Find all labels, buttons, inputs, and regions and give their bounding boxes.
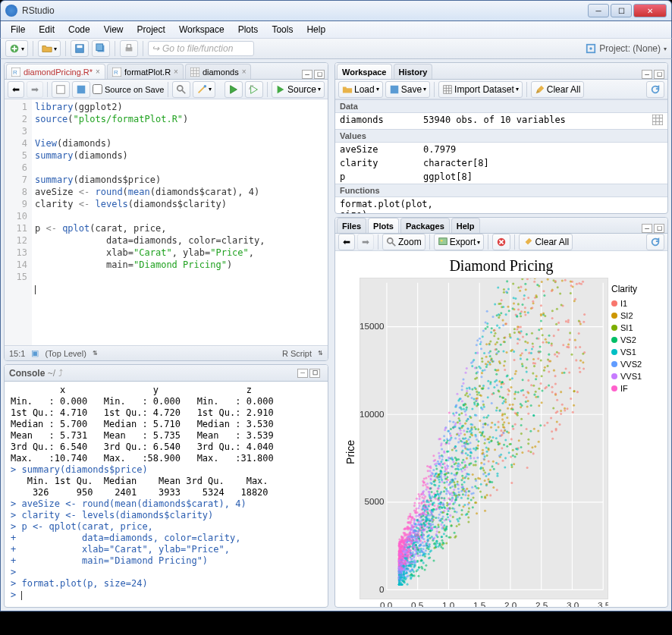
zoom-plot-button[interactable]: Zoom <box>382 234 425 250</box>
goto-file-input[interactable]: ↪ Go to file/function <box>148 41 254 56</box>
plots-tab-packages[interactable]: Packages <box>400 218 450 233</box>
plots-tab-plots[interactable]: Plots <box>368 218 399 233</box>
plots-tab-files[interactable]: Files <box>337 218 366 233</box>
svg-point-2321 <box>467 516 469 518</box>
rerun-button[interactable] <box>245 81 263 98</box>
svg-point-1396 <box>482 404 485 406</box>
svg-point-1889 <box>493 386 495 388</box>
svg-point-2341 <box>461 486 463 489</box>
menu-plots[interactable]: Plots <box>231 23 265 36</box>
maximize-pane-button[interactable]: ☐ <box>654 70 664 79</box>
clear-plots-button[interactable]: Clear All <box>519 234 573 250</box>
svg-point-2354 <box>443 439 445 442</box>
svg-point-1673 <box>437 488 439 490</box>
view-table-icon[interactable] <box>652 115 663 125</box>
import-dataset-button[interactable]: Import Dataset▾ <box>438 81 523 98</box>
workspace-item[interactable]: pggplot[8] <box>335 170 667 184</box>
workspace-item[interactable]: format.plot(plot, size) <box>335 197 667 213</box>
workspace-item[interactable]: diamonds53940 obs. of 10 variables <box>335 113 667 129</box>
workspace-tab-history[interactable]: History <box>394 64 433 79</box>
project-selector[interactable]: Project: (None) ▾ <box>586 43 667 54</box>
maximize-pane-button[interactable]: ☐ <box>314 70 325 79</box>
save-all-button[interactable] <box>92 40 110 57</box>
menu-project[interactable]: Project <box>130 23 172 36</box>
clear-workspace-button[interactable]: Clear All <box>531 81 585 98</box>
svg-point-2397 <box>489 481 491 483</box>
menu-edit[interactable]: Edit <box>32 23 61 36</box>
forward-button[interactable]: ➡ <box>27 81 43 98</box>
minimize-pane-button[interactable]: ─ <box>642 70 652 79</box>
menu-code[interactable]: Code <box>61 23 97 36</box>
source-pane: RdiamondPricing.R*×RformatPlot.R×diamond… <box>4 62 328 361</box>
refresh-button[interactable] <box>646 81 664 98</box>
svg-point-2245 <box>504 467 506 469</box>
console-output[interactable]: x y z Min. : 0.000 Min. : 0.000 Min. : 0… <box>5 382 328 607</box>
save-button[interactable] <box>71 40 89 57</box>
code-tools-button[interactable]: ▾ <box>193 81 215 98</box>
minimize-pane-button[interactable]: ─ <box>642 224 652 233</box>
svg-point-382 <box>525 366 527 369</box>
minimize-pane-button[interactable]: ─ <box>302 70 312 79</box>
save-workspace-button[interactable]: Save▾ <box>385 81 430 98</box>
svg-point-2065 <box>409 574 411 577</box>
remove-plot-button[interactable] <box>492 234 510 250</box>
svg-point-2438 <box>567 407 569 410</box>
close-button[interactable]: ✕ <box>633 4 667 17</box>
menu-tools[interactable]: Tools <box>265 23 300 36</box>
load-workspace-button[interactable]: Load▾ <box>338 81 383 98</box>
source-on-save-checkbox[interactable]: Source on Save <box>93 84 164 94</box>
console-path-arrow-icon[interactable]: ⤴ <box>58 368 63 379</box>
print-button[interactable] <box>120 40 138 57</box>
menu-file[interactable]: File <box>4 23 32 36</box>
source-tab[interactable]: RformatPlot.R× <box>107 64 184 79</box>
svg-point-1734 <box>456 518 458 520</box>
source-tab[interactable]: diamonds× <box>185 64 252 79</box>
svg-point-95 <box>443 435 445 437</box>
refresh-plots-button[interactable] <box>646 234 664 250</box>
open-file-button[interactable]: ▾ <box>38 40 61 57</box>
svg-point-2390 <box>435 517 437 519</box>
close-tab-icon[interactable]: × <box>174 68 178 76</box>
new-file-button[interactable]: ▾ <box>5 40 28 57</box>
minimize-pane-button[interactable]: ─ <box>297 369 308 378</box>
maximize-pane-button[interactable]: ☐ <box>654 224 664 233</box>
minimize-button[interactable]: ─ <box>588 4 609 17</box>
back-button[interactable]: ⬅ <box>8 81 24 98</box>
show-in-new-window-button[interactable] <box>52 81 70 98</box>
svg-point-976 <box>528 352 530 354</box>
run-button[interactable] <box>225 81 243 98</box>
menu-workspace[interactable]: Workspace <box>172 23 231 36</box>
workspace-item[interactable]: claritycharacter[8] <box>335 156 667 170</box>
scope-selector[interactable]: (Top Level) <box>45 349 86 358</box>
next-plot-button[interactable]: ➡ <box>357 234 374 250</box>
svg-point-1398 <box>467 439 469 441</box>
svg-point-202 <box>435 468 438 470</box>
svg-point-1418 <box>473 426 476 429</box>
svg-point-1718 <box>527 379 529 382</box>
maximize-button[interactable]: ☐ <box>611 4 632 17</box>
find-button[interactable] <box>172 81 190 98</box>
menu-view[interactable]: View <box>97 23 130 36</box>
previous-plot-button[interactable]: ⬅ <box>338 234 355 250</box>
save-source-button[interactable] <box>72 81 90 98</box>
code-editor[interactable]: 123456789101112131415 library(ggplot2) s… <box>5 99 328 345</box>
maximize-pane-button[interactable]: ☐ <box>309 369 320 378</box>
close-tab-icon[interactable]: × <box>242 68 247 76</box>
svg-point-1990 <box>492 486 495 489</box>
svg-point-2538 <box>426 483 429 485</box>
svg-point-1951 <box>576 391 579 393</box>
svg-point-1942 <box>455 473 457 475</box>
plots-tab-help[interactable]: Help <box>451 218 480 233</box>
svg-point-2110 <box>416 552 419 555</box>
source-script-button[interactable]: Source▾ <box>272 81 325 98</box>
svg-point-2339 <box>435 540 438 542</box>
language-selector[interactable]: R Script <box>282 349 312 358</box>
close-tab-icon[interactable]: × <box>96 68 100 76</box>
svg-point-1048 <box>431 536 433 538</box>
svg-point-285 <box>407 517 410 520</box>
source-tab[interactable]: RdiamondPricing.R*× <box>6 64 105 79</box>
workspace-item[interactable]: aveSize0.7979 <box>335 143 667 156</box>
menu-help[interactable]: Help <box>300 23 332 36</box>
workspace-tab-workspace[interactable]: Workspace <box>337 64 392 79</box>
export-plot-button[interactable]: Export▾ <box>434 234 485 250</box>
